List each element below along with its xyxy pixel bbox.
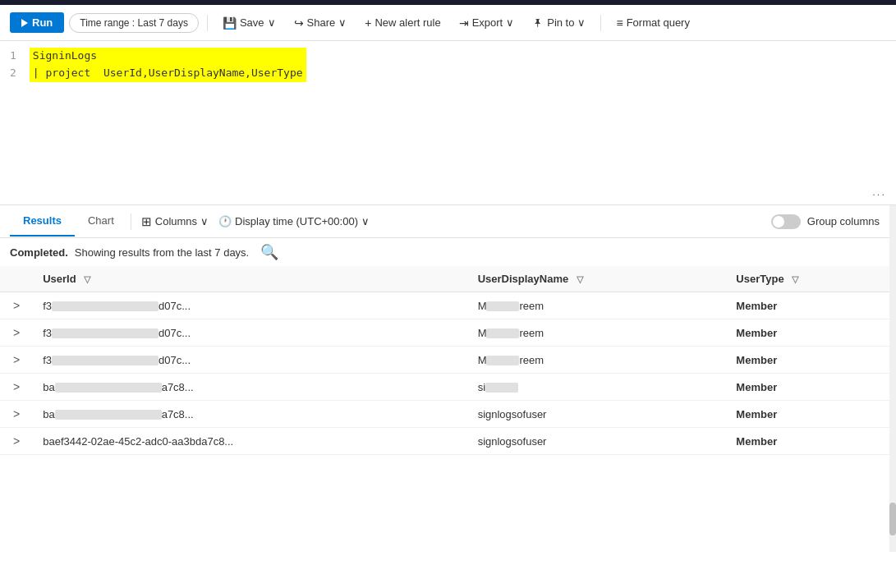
tab-chart[interactable]: Chart	[75, 206, 127, 237]
line-number-1: 1	[10, 48, 16, 65]
main-content: Run Time range : Last 7 days 💾 Save ∨ ↪ …	[0, 5, 896, 552]
table-header-row: UserId ▽ UserDisplayName ▽ UserType ▽	[0, 266, 896, 292]
table-row: > f3d07c... Mreem Member	[0, 319, 896, 347]
group-columns-label: Group columns	[807, 215, 880, 227]
time-range-button[interactable]: Time range : Last 7 days	[69, 13, 199, 33]
usertype-filter-icon[interactable]: ▽	[792, 274, 798, 284]
columns-button[interactable]: ⊞ Columns ∨	[141, 214, 209, 229]
usertype-column-header: UserType ▽	[726, 266, 896, 292]
results-controls: ⊞ Columns ∨ 🕐 Display time (UTC+00:00) ∨…	[135, 214, 886, 229]
share-button[interactable]: ↪ Share ∨	[287, 13, 354, 33]
display-time-label: Display time (UTC+00:00)	[235, 215, 358, 227]
expand-btn-6[interactable]: >	[10, 434, 23, 448]
table-row: > f3d07c... Mreem Member	[0, 292, 896, 319]
userid-cell-2: f3d07c...	[33, 319, 467, 347]
play-icon	[21, 19, 28, 27]
plus-icon: +	[365, 16, 371, 30]
table-container[interactable]: UserId ▽ UserDisplayName ▽ UserType ▽	[0, 266, 896, 552]
usertype-cell-3: Member	[726, 347, 896, 374]
status-message: Showing results from the last 7 days.	[75, 246, 249, 259]
usertype-cell-1: Member	[726, 292, 896, 319]
clock-icon: 🕐	[218, 215, 232, 227]
table-row: > baa7c8... signlogsofuser Member	[0, 401, 896, 428]
table-row: > baef3442-02ae-45c2-adc0-aa3bda7c8... s…	[0, 428, 896, 455]
displayname-cell-4: si	[468, 374, 727, 401]
save-icon: 💾	[223, 16, 237, 30]
userid-cell-4: baa7c8...	[33, 374, 467, 401]
format-query-button[interactable]: ≡ Format query	[609, 13, 696, 33]
divider-2	[600, 15, 601, 31]
zoom-icon: 🔍	[260, 243, 278, 261]
new-alert-rule-label: New alert rule	[374, 16, 440, 29]
group-columns-control: Group columns	[771, 214, 880, 229]
userdisplayname-column-header: UserDisplayName ▽	[468, 266, 727, 292]
code-line-1: SigninLogs	[30, 48, 306, 65]
expand-cell-2[interactable]: >	[0, 319, 33, 347]
userid-cell-5: baa7c8...	[33, 401, 467, 428]
divider-1	[207, 15, 208, 31]
line-numbers: 1 2	[10, 48, 30, 82]
userid-cell-6: baef3442-02ae-45c2-adc0-aa3bda7c8...	[33, 428, 467, 455]
userid-filter-icon[interactable]: ▽	[84, 274, 90, 284]
displayname-cell-2: Mreem	[468, 319, 727, 347]
time-range-label: Time range : Last 7 days	[80, 17, 188, 29]
displayname-cell-5: signlogsofuser	[468, 401, 727, 428]
group-columns-toggle[interactable]	[771, 214, 801, 229]
table-row: > f3d07c... Mreem Member	[0, 347, 896, 374]
expand-cell-1[interactable]: >	[0, 292, 33, 319]
pin-chevron: ∨	[577, 16, 586, 29]
new-alert-rule-button[interactable]: + New alert rule	[358, 13, 447, 33]
usertype-cell-4: Member	[726, 374, 896, 401]
tab-results[interactable]: Results	[10, 206, 75, 237]
scrollbar-thumb[interactable]	[889, 503, 896, 535]
expand-btn-5[interactable]: >	[10, 407, 23, 420]
results-section: Results Chart ⊞ Columns ∨ 🕐 Display time…	[0, 205, 896, 552]
expand-btn-1[interactable]: >	[10, 299, 23, 312]
userid-column-header: UserId ▽	[33, 266, 467, 292]
run-button[interactable]: Run	[10, 12, 64, 33]
share-chevron: ∨	[338, 16, 347, 29]
expand-btn-4[interactable]: >	[10, 380, 23, 393]
usertype-cell-6: Member	[726, 428, 896, 455]
more-options-dots: ...	[872, 186, 886, 198]
scrollbar-right[interactable]	[889, 266, 896, 552]
pin-icon: 🖈	[532, 16, 544, 30]
pin-to-button[interactable]: 🖈 Pin to ∨	[526, 13, 592, 33]
columns-chevron: ∨	[200, 215, 209, 227]
columns-label: Columns	[155, 215, 197, 227]
displayname-cell-3: Mreem	[468, 347, 727, 374]
export-button[interactable]: ⇥ Export ∨	[453, 13, 522, 33]
toolbar: Run Time range : Last 7 days 💾 Save ∨ ↪ …	[0, 5, 896, 41]
save-button[interactable]: 💾 Save ∨	[216, 13, 283, 33]
code-line-2: | project UserId,UserDisplayName,UserTyp…	[30, 65, 306, 82]
pin-to-label: Pin to	[547, 16, 574, 29]
display-time-button[interactable]: 🕐 Display time (UTC+00:00) ∨	[218, 215, 370, 227]
displayname-cell-1: Mreem	[468, 292, 727, 319]
results-table: UserId ▽ UserDisplayName ▽ UserType ▽	[0, 266, 896, 455]
editor-area[interactable]: 1 2 SigninLogs | project UserId,UserDisp…	[0, 41, 896, 205]
expand-cell-5[interactable]: >	[0, 401, 33, 428]
display-time-chevron: ∨	[361, 215, 370, 227]
export-label: Export	[472, 16, 503, 29]
expand-btn-3[interactable]: >	[10, 353, 23, 366]
userdisplayname-filter-icon[interactable]: ▽	[577, 274, 583, 284]
completed-label: Completed.	[10, 246, 68, 259]
usertype-cell-5: Member	[726, 401, 896, 428]
expand-cell-6[interactable]: >	[0, 428, 33, 455]
export-chevron: ∨	[506, 16, 514, 29]
tabs-divider	[131, 214, 131, 230]
share-icon: ↪	[294, 16, 304, 30]
export-icon: ⇥	[459, 16, 469, 30]
table-row: > baa7c8... si Member	[0, 374, 896, 401]
share-label: Share	[307, 16, 336, 29]
columns-grid-icon: ⊞	[141, 214, 152, 229]
usertype-cell-2: Member	[726, 319, 896, 347]
userid-cell-1: f3d07c...	[33, 292, 467, 319]
expand-cell-3[interactable]: >	[0, 347, 33, 374]
expand-cell-4[interactable]: >	[0, 374, 33, 401]
displayname-cell-6: signlogsofuser	[468, 428, 727, 455]
expand-btn-2[interactable]: >	[10, 326, 23, 339]
line-number-2: 2	[10, 65, 16, 82]
editor-content: 1 2 SigninLogs | project UserId,UserDisp…	[10, 48, 886, 82]
run-label: Run	[32, 16, 53, 29]
